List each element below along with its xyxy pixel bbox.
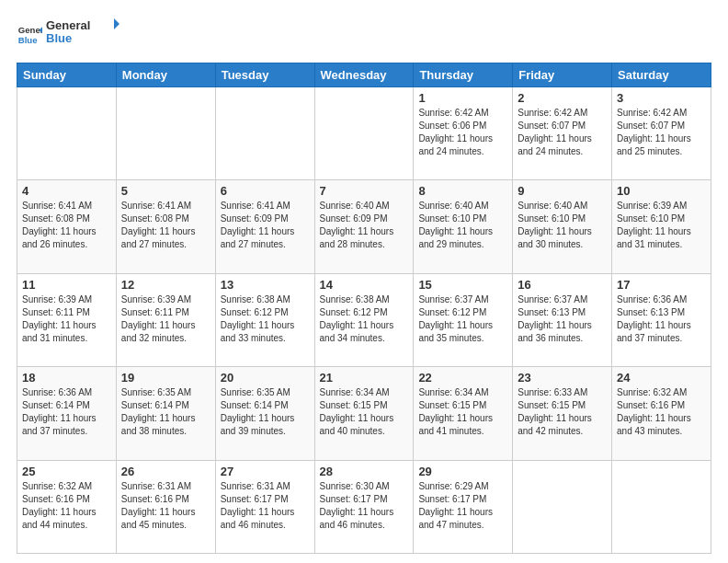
svg-text:Blue: Blue <box>46 31 72 45</box>
day-info: Sunrise: 6:33 AM Sunset: 6:15 PM Dayligh… <box>518 386 607 438</box>
calendar-cell: 5Sunrise: 6:41 AM Sunset: 6:08 PM Daylig… <box>116 180 215 273</box>
weekday-header-monday: Monday <box>116 63 215 87</box>
calendar-cell: 9Sunrise: 6:40 AM Sunset: 6:10 PM Daylig… <box>513 180 612 273</box>
calendar-cell: 28Sunrise: 6:30 AM Sunset: 6:17 PM Dayli… <box>314 460 414 553</box>
day-info: Sunrise: 6:37 AM Sunset: 6:13 PM Dayligh… <box>518 293 607 345</box>
weekday-header-saturday: Saturday <box>612 63 711 87</box>
weekday-header-tuesday: Tuesday <box>215 63 314 87</box>
day-number: 22 <box>418 371 507 385</box>
day-number: 19 <box>121 371 210 385</box>
calendar-cell <box>314 87 414 180</box>
day-number: 29 <box>418 465 507 478</box>
calendar-cell <box>215 87 314 180</box>
calendar-table: SundayMondayTuesdayWednesdayThursdayFrid… <box>17 63 711 554</box>
day-info: Sunrise: 6:42 AM Sunset: 6:07 PM Dayligh… <box>617 107 706 158</box>
calendar-cell: 11Sunrise: 6:39 AM Sunset: 6:11 PM Dayli… <box>17 273 117 366</box>
calendar-cell: 23Sunrise: 6:33 AM Sunset: 6:15 PM Dayli… <box>513 367 612 460</box>
day-info: Sunrise: 6:31 AM Sunset: 6:17 PM Dayligh… <box>221 480 310 532</box>
day-info: Sunrise: 6:39 AM Sunset: 6:10 PM Dayligh… <box>617 200 706 251</box>
calendar-cell: 14Sunrise: 6:38 AM Sunset: 6:12 PM Dayli… <box>314 273 414 366</box>
week-row-4: 18Sunrise: 6:36 AM Sunset: 6:14 PM Dayli… <box>17 367 711 460</box>
day-info: Sunrise: 6:42 AM Sunset: 6:07 PM Dayligh… <box>518 107 607 158</box>
day-number: 13 <box>221 278 310 292</box>
day-info: Sunrise: 6:35 AM Sunset: 6:14 PM Dayligh… <box>121 386 210 438</box>
day-number: 26 <box>121 465 210 478</box>
calendar-cell: 15Sunrise: 6:37 AM Sunset: 6:12 PM Dayli… <box>414 273 513 366</box>
day-number: 8 <box>418 184 507 198</box>
calendar-cell: 20Sunrise: 6:35 AM Sunset: 6:14 PM Dayli… <box>215 367 314 460</box>
logo-text: General Blue <box>46 17 119 53</box>
calendar-cell: 27Sunrise: 6:31 AM Sunset: 6:17 PM Dayli… <box>215 460 314 553</box>
calendar-cell: 2Sunrise: 6:42 AM Sunset: 6:07 PM Daylig… <box>513 87 612 180</box>
day-info: Sunrise: 6:42 AM Sunset: 6:06 PM Dayligh… <box>418 107 507 158</box>
svg-marker-5 <box>114 18 119 29</box>
calendar-cell: 26Sunrise: 6:31 AM Sunset: 6:16 PM Dayli… <box>116 460 215 553</box>
day-info: Sunrise: 6:40 AM Sunset: 6:10 PM Dayligh… <box>518 200 607 251</box>
week-row-1: 1Sunrise: 6:42 AM Sunset: 6:06 PM Daylig… <box>17 87 711 180</box>
day-info: Sunrise: 6:39 AM Sunset: 6:11 PM Dayligh… <box>22 293 111 345</box>
weekday-header-row: SundayMondayTuesdayWednesdayThursdayFrid… <box>17 63 711 87</box>
day-number: 14 <box>320 278 409 292</box>
header: General Blue General Blue <box>17 17 711 53</box>
day-number: 24 <box>617 371 706 385</box>
svg-text:General: General <box>46 18 90 32</box>
weekday-header-thursday: Thursday <box>414 63 513 87</box>
day-info: Sunrise: 6:34 AM Sunset: 6:15 PM Dayligh… <box>320 386 409 438</box>
calendar-cell: 13Sunrise: 6:38 AM Sunset: 6:12 PM Dayli… <box>215 273 314 366</box>
calendar-cell <box>612 460 711 553</box>
calendar-cell: 24Sunrise: 6:32 AM Sunset: 6:16 PM Dayli… <box>612 367 711 460</box>
week-row-5: 25Sunrise: 6:32 AM Sunset: 6:16 PM Dayli… <box>17 460 711 553</box>
day-info: Sunrise: 6:32 AM Sunset: 6:16 PM Dayligh… <box>22 480 111 532</box>
day-number: 23 <box>518 371 607 385</box>
day-info: Sunrise: 6:38 AM Sunset: 6:12 PM Dayligh… <box>221 293 310 345</box>
day-number: 7 <box>320 184 409 198</box>
weekday-header-friday: Friday <box>513 63 612 87</box>
day-info: Sunrise: 6:34 AM Sunset: 6:15 PM Dayligh… <box>418 386 507 438</box>
day-info: Sunrise: 6:38 AM Sunset: 6:12 PM Dayligh… <box>320 293 409 345</box>
calendar-cell: 16Sunrise: 6:37 AM Sunset: 6:13 PM Dayli… <box>513 273 612 366</box>
calendar-cell: 12Sunrise: 6:39 AM Sunset: 6:11 PM Dayli… <box>116 273 215 366</box>
day-number: 17 <box>617 278 706 292</box>
calendar-cell <box>17 87 117 180</box>
day-number: 28 <box>320 465 409 478</box>
day-number: 25 <box>22 465 111 478</box>
calendar-cell: 3Sunrise: 6:42 AM Sunset: 6:07 PM Daylig… <box>612 87 711 180</box>
calendar-cell: 18Sunrise: 6:36 AM Sunset: 6:14 PM Dayli… <box>17 367 117 460</box>
day-number: 9 <box>518 184 607 198</box>
calendar-cell: 8Sunrise: 6:40 AM Sunset: 6:10 PM Daylig… <box>414 180 513 273</box>
day-number: 2 <box>518 91 607 105</box>
day-info: Sunrise: 6:40 AM Sunset: 6:10 PM Dayligh… <box>418 200 507 251</box>
logo-icon: General Blue <box>17 22 42 48</box>
day-info: Sunrise: 6:41 AM Sunset: 6:08 PM Dayligh… <box>121 200 210 251</box>
calendar-cell <box>513 460 612 553</box>
day-number: 5 <box>121 184 210 198</box>
weekday-header-sunday: Sunday <box>17 63 117 87</box>
calendar-cell <box>116 87 215 180</box>
day-number: 10 <box>617 184 706 198</box>
svg-text:General: General <box>18 25 42 35</box>
day-info: Sunrise: 6:35 AM Sunset: 6:14 PM Dayligh… <box>221 386 310 438</box>
day-info: Sunrise: 6:30 AM Sunset: 6:17 PM Dayligh… <box>320 480 409 532</box>
day-number: 27 <box>221 465 310 478</box>
day-number: 3 <box>617 91 706 105</box>
page: General Blue General Blue SundayMondayTu… <box>0 0 728 563</box>
day-info: Sunrise: 6:41 AM Sunset: 6:08 PM Dayligh… <box>22 200 111 251</box>
calendar-cell: 6Sunrise: 6:41 AM Sunset: 6:09 PM Daylig… <box>215 180 314 273</box>
calendar-cell: 10Sunrise: 6:39 AM Sunset: 6:10 PM Dayli… <box>612 180 711 273</box>
calendar-cell: 25Sunrise: 6:32 AM Sunset: 6:16 PM Dayli… <box>17 460 117 553</box>
day-number: 21 <box>320 371 409 385</box>
day-number: 4 <box>22 184 111 198</box>
weekday-header-wednesday: Wednesday <box>314 63 414 87</box>
day-info: Sunrise: 6:37 AM Sunset: 6:12 PM Dayligh… <box>418 293 507 345</box>
logo: General Blue General Blue <box>17 17 119 53</box>
calendar-cell: 1Sunrise: 6:42 AM Sunset: 6:06 PM Daylig… <box>414 87 513 180</box>
calendar-cell: 19Sunrise: 6:35 AM Sunset: 6:14 PM Dayli… <box>116 367 215 460</box>
day-info: Sunrise: 6:39 AM Sunset: 6:11 PM Dayligh… <box>121 293 210 345</box>
day-number: 20 <box>221 371 310 385</box>
calendar-cell: 17Sunrise: 6:36 AM Sunset: 6:13 PM Dayli… <box>612 273 711 366</box>
day-number: 1 <box>418 91 507 105</box>
day-number: 6 <box>221 184 310 198</box>
day-info: Sunrise: 6:31 AM Sunset: 6:16 PM Dayligh… <box>121 480 210 532</box>
svg-text:Blue: Blue <box>18 35 38 45</box>
day-info: Sunrise: 6:40 AM Sunset: 6:09 PM Dayligh… <box>320 200 409 251</box>
